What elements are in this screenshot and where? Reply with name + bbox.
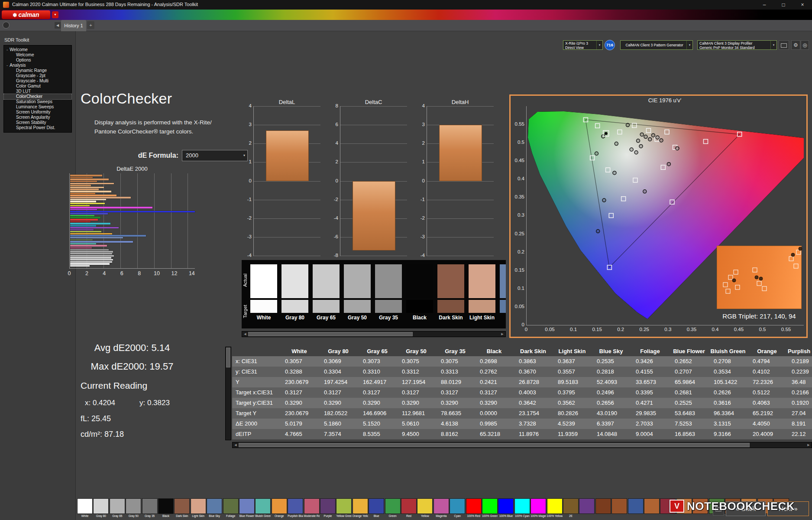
pattern-swatch-foliage[interactable]: Foliage: [223, 498, 239, 519]
pattern-swatch-red[interactable]: Red: [401, 498, 417, 519]
menu-button[interactable]: [3, 22, 10, 29]
tree-section-analysis[interactable]: -Analysis: [4, 63, 71, 68]
pattern-swatch-100-green[interactable]: 100% Green: [482, 498, 498, 519]
target-swatch: [344, 300, 371, 313]
sidebar-item-color-gamut[interactable]: Color Gamut: [4, 84, 71, 89]
pattern-swatch-moderate-red[interactable]: Moderate Red: [304, 498, 320, 519]
sidebar-item-screen-uniformity[interactable]: Screen Uniformity: [4, 110, 71, 115]
close-button[interactable]: ×: [793, 0, 812, 10]
pattern-swatch-blue-flower[interactable]: Blue Flower: [239, 498, 255, 519]
sidebar-item-screen-angularity[interactable]: Screen Angularity: [4, 115, 71, 120]
pattern-swatch-bluish-green[interactable]: Bluish Green: [255, 498, 271, 519]
axis-tick: 3: [241, 122, 252, 127]
pattern-swatch-100-red[interactable]: 100% Red: [466, 498, 482, 519]
table-vertical-scrollbar[interactable]: [225, 347, 231, 440]
swatch-label: Cyan: [450, 514, 465, 519]
sidebar-item-welcome[interactable]: Welcome: [4, 52, 71, 58]
sidebar-item-screen-stability[interactable]: Screen Stability: [4, 120, 71, 125]
pattern-swatch-purplish-blue[interactable]: Purplish Blue: [288, 498, 303, 519]
tree-expander-icon[interactable]: -: [6, 63, 8, 68]
sidebar-item-grayscale-multi[interactable]: Grayscale - Multi: [4, 78, 71, 84]
sidebar-item-3d-lut[interactable]: 3D LUT: [4, 89, 71, 94]
pattern-swatch[interactable]: [611, 498, 627, 519]
pattern-swatch-2e[interactable]: 2E: [563, 498, 579, 519]
scrollbar-thumb[interactable]: [239, 443, 750, 447]
pattern-swatch-100-blue[interactable]: 100% Blue: [498, 498, 514, 519]
sidebar-collapse-button[interactable]: ◀: [55, 22, 61, 29]
swatch-strip-scrollbar[interactable]: ◀ ▶: [242, 331, 506, 337]
scrollbar-thumb[interactable]: [226, 348, 230, 367]
pattern-swatch-magenta[interactable]: Magenta: [433, 498, 449, 519]
sidebar-item-options[interactable]: Options: [4, 58, 71, 63]
actual-swatch: [406, 264, 433, 298]
scroll-right-icon[interactable]: ▶: [499, 332, 505, 337]
table-horizontal-scrollbar[interactable]: ◀ ▶: [232, 442, 812, 448]
pattern-generator-button[interactable]: CalMAN Client 3 Pattern Generator ▾: [620, 40, 693, 50]
meter-device-button[interactable]: X-Rite i1Pro 3Direct View ▾: [563, 40, 603, 50]
pattern-window-button[interactable]: [713, 503, 724, 516]
pattern-swatch-orange[interactable]: Orange: [272, 498, 287, 519]
swatch-color: [223, 498, 239, 514]
calman-menu-dropdown[interactable]: ▾: [52, 11, 58, 18]
pattern-swatch-gray-80[interactable]: Gray 80: [93, 498, 109, 519]
pattern-swatch-cyan[interactable]: Cyan: [450, 498, 465, 519]
sidebar-item-saturation-sweeps[interactable]: Saturation Sweeps: [4, 99, 71, 104]
tree-section-welcome[interactable]: -Welcome: [4, 47, 71, 52]
pattern-swatch-100-magenta[interactable]: 100% Magenta: [531, 498, 546, 519]
tab-history-1[interactable]: History 1: [61, 20, 86, 31]
pattern-swatch-yellow-green[interactable]: Yellow Green: [336, 498, 352, 519]
chevron-down-icon[interactable]: ▾: [686, 41, 692, 49]
tree-expander-icon[interactable]: -: [6, 47, 8, 52]
pattern-swatch-dark-skin[interactable]: Dark Skin: [174, 498, 190, 519]
scroll-left-icon[interactable]: ◀: [242, 332, 248, 337]
pattern-swatch[interactable]: [676, 498, 692, 519]
pattern-swatch-orange-yellow[interactable]: Orange Yellow: [353, 498, 368, 519]
pattern-swatch[interactable]: [628, 498, 644, 519]
table-column-header: Foliage: [631, 347, 670, 356]
pattern-swatch-white[interactable]: White: [77, 498, 93, 519]
pattern-swatch-blue[interactable]: Blue: [369, 498, 384, 519]
pattern-swatch[interactable]: [660, 498, 676, 519]
table-cell: 0.3127: [397, 387, 436, 398]
pattern-swatch-gray-50[interactable]: Gray 50: [126, 498, 141, 519]
pattern-swatch-green[interactable]: Green: [385, 498, 401, 519]
back-button[interactable]: « Back: [726, 501, 766, 516]
pattern-swatch-gray-65[interactable]: Gray 65: [110, 498, 125, 519]
settings-button[interactable]: ⚙: [791, 40, 800, 50]
calibration-target-button[interactable]: ◎: [801, 40, 809, 50]
deltae-bars: [70, 175, 195, 267]
chevron-down-icon[interactable]: ▾: [596, 41, 602, 49]
sidebar-title: SDR Toolkit: [4, 37, 29, 42]
pattern-swatch-blue-sky[interactable]: Blue Sky: [207, 498, 222, 519]
calman-logo[interactable]: ✽calman: [2, 10, 50, 19]
sidebar-item-luminance-sweeps[interactable]: Luminance Sweeps: [4, 104, 71, 110]
chevron-down-icon[interactable]: ▾: [770, 41, 776, 49]
pattern-swatch[interactable]: [692, 498, 708, 519]
sidebar-item-spectral-power-dist[interactable]: Spectral Power Dist.: [4, 125, 71, 130]
de-formula-select[interactable]: 2000 ▾: [182, 150, 248, 161]
deltae-bar: [70, 177, 93, 179]
pattern-swatch[interactable]: [595, 498, 611, 519]
pattern-swatch-100-cyan[interactable]: 100% Cyan: [514, 498, 530, 519]
display-profiler-button[interactable]: CalMAN Client 3 Display ProfilerGeneric …: [697, 40, 777, 50]
pattern-swatch-100-yellow[interactable]: 100% Yellow: [547, 498, 563, 519]
pattern-swatch[interactable]: [644, 498, 660, 519]
pattern-swatch-light-skin[interactable]: Light Skin: [191, 498, 206, 519]
sidebar-item-colorchecker[interactable]: ColorChecker: [4, 94, 71, 99]
pattern-swatch-black[interactable]: Black: [158, 498, 174, 519]
scroll-left-icon[interactable]: ◀: [233, 442, 239, 448]
maximize-button[interactable]: □: [774, 0, 793, 10]
add-tab-button[interactable]: +: [87, 21, 94, 29]
minimize-button[interactable]: –: [755, 0, 774, 10]
pattern-swatch-yellow[interactable]: Yellow: [417, 498, 433, 519]
next-button[interactable]: Next »: [767, 501, 809, 516]
pattern-swatch[interactable]: [579, 498, 595, 519]
pattern-swatch-purple[interactable]: Purple: [320, 498, 336, 519]
scrollbar-thumb[interactable]: [248, 332, 413, 336]
swatch-color: [466, 498, 482, 514]
sidebar-item-dynamic-range[interactable]: Dynamic Range: [4, 68, 71, 73]
scroll-right-icon[interactable]: ▶: [806, 442, 812, 448]
pattern-swatch-gray-35[interactable]: Gray 35: [142, 498, 158, 519]
display-config-button[interactable]: [779, 40, 789, 50]
sidebar-item-grayscale-2pt[interactable]: Grayscale - 2pt: [4, 73, 71, 78]
